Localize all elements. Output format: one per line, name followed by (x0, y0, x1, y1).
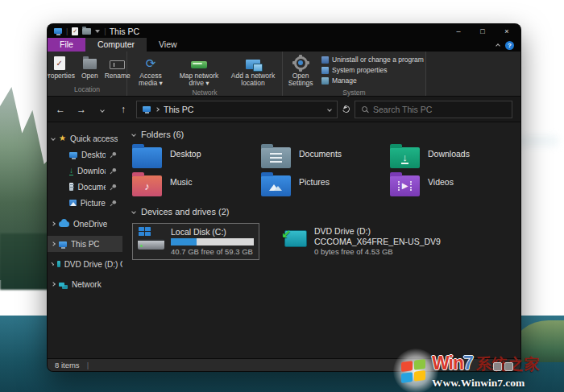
ribbon-group-system: Open Settings Uninstall or change a prog… (283, 52, 426, 96)
chevron-right-icon[interactable] (51, 262, 54, 266)
sidebar-item-dvd-drive[interactable]: DVD Drive (D:) CCCOMA_X64FRE_EN-US_DV9 (48, 256, 122, 272)
drives-row: Local Disk (C:) 40.7 GB free of 59.3 GB … (132, 223, 517, 260)
sidebar-item-downloads[interactable]: ↓ Downloads (48, 163, 122, 179)
folder-item-pictures[interactable]: Pictures (261, 172, 390, 200)
separator: | (104, 27, 106, 35)
sidebar-item-quick-access[interactable]: ★ Quick access (48, 130, 122, 146)
qat-customize-caret-icon[interactable] (95, 30, 100, 33)
gear-icon (294, 56, 308, 70)
folder-item-music[interactable]: ♪ Music (132, 172, 261, 200)
folders-section-header: Folders (6) (132, 127, 517, 142)
ribbon-controls: ? (496, 41, 520, 52)
open-settings-button[interactable]: Open Settings (284, 54, 317, 89)
breadcrumb[interactable]: This PC (164, 105, 193, 114)
maximize-button[interactable]: □ (471, 24, 495, 38)
search-icon (362, 106, 367, 112)
downloads-icon: ↓ (69, 167, 73, 175)
dvd-arrow-icon: ↙ (281, 228, 292, 240)
sidebar-item-network[interactable]: Network (48, 276, 122, 292)
collapse-section-icon[interactable] (131, 209, 136, 214)
folder-item-documents[interactable]: Documents (261, 144, 390, 171)
help-icon[interactable]: ? (505, 41, 514, 50)
wallpaper-cloud (517, 135, 559, 146)
chevron-right-icon[interactable] (51, 221, 56, 226)
breadcrumb-chevron-icon (155, 107, 160, 112)
disk-usage-bar (171, 238, 254, 246)
sidebar: ★ Quick access Desktop ↓ Downloads Docum… (48, 122, 122, 358)
forward-button[interactable]: → (73, 104, 89, 115)
folders-grid: Desktop Documents ↓ Downloads ♪ Music (132, 144, 517, 200)
open-button[interactable]: Open (79, 54, 101, 80)
chevron-down-icon[interactable] (51, 136, 56, 141)
group-label-system: System (283, 89, 425, 97)
this-pc-icon (54, 28, 62, 34)
address-bar[interactable]: This PC (136, 101, 338, 118)
sidebar-item-documents[interactable]: Documents (48, 179, 122, 195)
folder-item-downloads[interactable]: ↓ Downloads (390, 144, 519, 171)
watermark-url: Www.Winwin7.com (432, 377, 525, 389)
drives-section-header: Devices and drives (2) (132, 204, 517, 219)
minimize-button[interactable]: – (446, 24, 471, 38)
tab-computer[interactable]: Computer (85, 38, 147, 52)
watermark-badge-icon (493, 362, 502, 371)
titlebar: | | This PC – □ × (48, 24, 520, 38)
back-button[interactable]: ← (52, 104, 68, 115)
system-properties-button[interactable]: System properties (321, 66, 424, 74)
open-folder-icon (83, 59, 97, 69)
add-network-location-button[interactable]: Add a network location (226, 54, 280, 89)
properties-qat-icon[interactable] (72, 27, 78, 35)
minimize-ribbon-icon[interactable] (496, 43, 500, 48)
pin-icon[interactable] (110, 151, 117, 159)
sidebar-item-desktop[interactable]: Desktop (48, 146, 122, 163)
windows-logo-icon (139, 227, 151, 237)
file-list-pane: Folders (6) Desktop Documents ↓ Download… (122, 122, 520, 358)
pin-icon[interactable] (110, 167, 117, 175)
drive-item-local-disk-c[interactable]: Local Disk (C:) 40.7 GB free of 59.3 GB (132, 223, 259, 260)
close-button[interactable]: × (495, 24, 519, 38)
up-button[interactable]: ↑ (115, 104, 131, 115)
properties-button[interactable]: Properties (47, 54, 77, 80)
ribbon-filler (426, 52, 520, 96)
refresh-icon[interactable] (342, 105, 351, 114)
manage-icon (321, 77, 329, 85)
this-pc-icon (143, 106, 151, 112)
group-label-network: Network (127, 89, 282, 97)
tab-view[interactable]: View (147, 38, 189, 52)
chevron-right-icon[interactable] (51, 282, 56, 287)
recent-locations-icon[interactable] (94, 105, 110, 113)
chevron-right-icon[interactable] (51, 241, 56, 246)
folder-item-desktop[interactable]: Desktop (132, 144, 261, 171)
ribbon: Properties Open Rename Location (48, 52, 520, 97)
this-pc-icon (59, 241, 67, 247)
drive-item-dvd-d[interactable]: ↙ DVD Drive (D:) CCCOMA_X64FRE_EN-US_DV9… (278, 223, 446, 259)
address-dropdown-icon[interactable] (327, 107, 332, 112)
folder-item-videos[interactable]: ▶ Videos (390, 172, 519, 200)
sidebar-item-this-pc[interactable]: This PC (48, 236, 122, 252)
new-folder-qat-icon[interactable] (82, 28, 91, 35)
pictures-icon (69, 200, 77, 206)
sidebar-item-pictures[interactable]: Pictures (48, 195, 122, 211)
map-network-drive-button[interactable]: Map network drive ▾ (173, 54, 225, 89)
onedrive-icon (59, 221, 69, 227)
search-box[interactable] (355, 101, 512, 118)
pin-icon[interactable] (110, 200, 117, 207)
manage-button[interactable]: Manage (321, 76, 424, 85)
watermark-badge-icon (504, 362, 513, 371)
pictures-folder-icon (261, 175, 291, 196)
window-controls: – □ × (446, 24, 519, 38)
items-count: 8 items (55, 361, 80, 369)
uninstall-program-button[interactable]: Uninstall or change a program (321, 56, 424, 64)
documents-folder-icon (261, 147, 291, 168)
sidebar-item-onedrive[interactable]: OneDrive (48, 216, 122, 232)
system-properties-icon (321, 67, 329, 74)
pin-icon[interactable] (110, 184, 117, 191)
videos-folder-icon: ▶ (390, 175, 420, 196)
collapse-section-icon[interactable] (131, 132, 136, 137)
tab-file[interactable]: File (48, 38, 85, 52)
desktop-folder-icon (132, 147, 162, 168)
access-media-icon: ⟳ (146, 57, 156, 69)
search-input[interactable] (373, 105, 505, 114)
desktop: | | This PC – □ × File Computer View ? (0, 0, 564, 392)
access-media-button[interactable]: ⟳ Access media ▾ (130, 54, 172, 89)
dvd-drive-icon (57, 261, 60, 267)
